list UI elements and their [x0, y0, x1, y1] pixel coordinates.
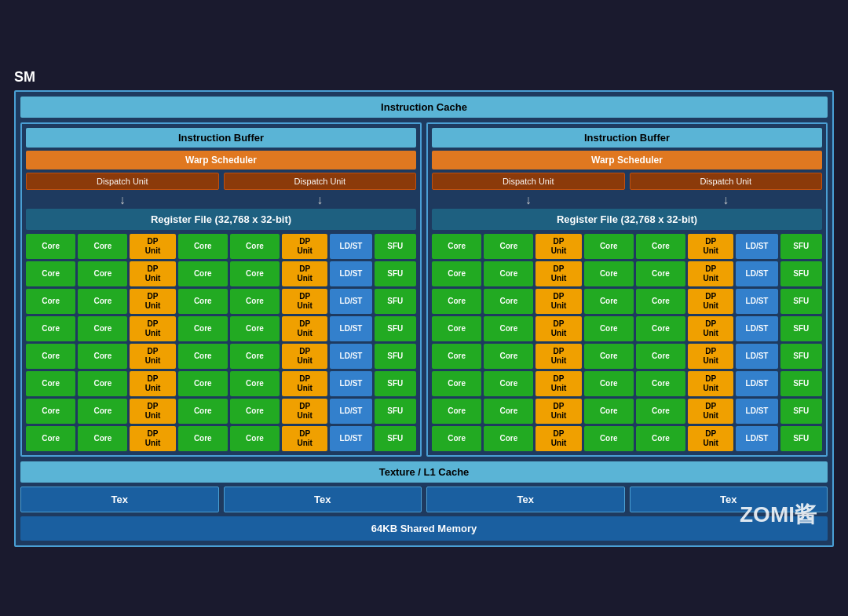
dp-unit: DPUnit — [130, 344, 175, 369]
core: Core — [484, 399, 533, 424]
tex-2: Tex — [224, 487, 422, 512]
core: Core — [584, 344, 634, 369]
dp-unit: DPUnit — [130, 316, 175, 341]
core: Core — [636, 261, 685, 286]
dp-unit: DPUnit — [535, 289, 581, 314]
dp-unit: DPUnit — [688, 371, 733, 396]
right-row-7: Core Core DPUnit Core Core DPUnit LD/ST … — [432, 399, 822, 424]
right-row-6: Core Core DPUnit Core Core DPUnit LD/ST … — [432, 371, 822, 396]
sm-title: SM — [14, 69, 834, 86]
left-row-1: Core Core DPUnit Core Core DPUnit LD/ST … — [26, 234, 416, 259]
sfu: SFU — [780, 426, 822, 451]
core: Core — [432, 344, 481, 369]
right-register-file: Register File (32,768 x 32-bit) — [432, 209, 822, 230]
left-arrow-1: ↓ — [26, 193, 219, 207]
ldst: LD/ST — [330, 399, 371, 424]
ldst: LD/ST — [330, 234, 371, 259]
core: Core — [26, 399, 75, 424]
dp-unit: DPUnit — [282, 399, 327, 424]
dp-unit: DPUnit — [130, 399, 175, 424]
core: Core — [432, 289, 481, 314]
right-half: Instruction Buffer Warp Scheduler Dispat… — [426, 122, 828, 457]
core: Core — [432, 234, 481, 259]
core: Core — [230, 371, 280, 396]
tex-row: Tex Tex Tex Tex — [20, 487, 828, 512]
core: Core — [78, 289, 127, 314]
right-arrow-2: ↓ — [630, 193, 823, 207]
core: Core — [584, 316, 634, 341]
core: Core — [78, 426, 127, 451]
right-warp-scheduler: Warp Scheduler — [432, 151, 822, 169]
ldst: LD/ST — [330, 344, 371, 369]
ldst: LD/ST — [736, 371, 777, 396]
bottom-section: Texture / L1 Cache Tex Tex Tex Tex 64KB … — [20, 461, 828, 541]
watermark: ZOMI酱 — [740, 500, 817, 530]
core: Core — [432, 399, 481, 424]
dp-unit: DPUnit — [130, 426, 175, 451]
right-cores-grid: Core Core DPUnit Core Core DPUnit LD/ST … — [432, 234, 822, 451]
core: Core — [230, 316, 280, 341]
tex-3: Tex — [426, 487, 625, 512]
sfu: SFU — [375, 261, 416, 286]
core: Core — [230, 261, 280, 286]
right-dispatch-unit-1: Dispatch Unit — [432, 173, 625, 190]
core: Core — [636, 344, 685, 369]
ldst: LD/ST — [330, 426, 371, 451]
dp-unit: DPUnit — [282, 371, 327, 396]
dp-unit: DPUnit — [688, 344, 733, 369]
left-register-file: Register File (32,768 x 32-bit) — [26, 209, 416, 230]
core: Core — [178, 234, 228, 259]
core: Core — [178, 289, 228, 314]
right-row-1: Core Core DPUnit Core Core DPUnit LD/ST … — [432, 234, 822, 259]
left-dispatch-row: Dispatch Unit Dispatch Unit — [26, 173, 416, 190]
core: Core — [178, 344, 228, 369]
left-dispatch-unit-2: Dispatch Unit — [224, 173, 417, 190]
core: Core — [178, 371, 228, 396]
dp-unit: DPUnit — [688, 426, 733, 451]
core: Core — [636, 234, 685, 259]
right-row-8: Core Core DPUnit Core Core DPUnit LD/ST … — [432, 426, 822, 451]
sfu: SFU — [780, 344, 822, 369]
core: Core — [584, 289, 634, 314]
dp-unit: DPUnit — [535, 426, 581, 451]
core: Core — [636, 289, 685, 314]
core: Core — [78, 344, 127, 369]
core: Core — [230, 289, 280, 314]
core: Core — [584, 261, 634, 286]
dp-unit: DPUnit — [282, 234, 327, 259]
left-dispatch-unit-1: Dispatch Unit — [26, 173, 219, 190]
shared-memory: 64KB Shared Memory — [20, 516, 828, 541]
core: Core — [636, 371, 685, 396]
left-row-7: Core Core DPUnit Core Core DPUnit LD/ST … — [26, 399, 416, 424]
core: Core — [484, 371, 533, 396]
core: Core — [178, 426, 228, 451]
dp-unit: DPUnit — [535, 371, 581, 396]
left-row-4: Core Core DPUnit Core Core DPUnit LD/ST … — [26, 316, 416, 341]
right-dispatch-unit-2: Dispatch Unit — [630, 173, 823, 190]
ldst: LD/ST — [736, 426, 777, 451]
right-arrow-1: ↓ — [432, 193, 625, 207]
core: Core — [432, 316, 481, 341]
dp-unit: DPUnit — [282, 344, 327, 369]
dp-unit: DPUnit — [688, 399, 733, 424]
core: Core — [78, 399, 127, 424]
dp-unit: DPUnit — [688, 234, 733, 259]
dp-unit: DPUnit — [688, 289, 733, 314]
core: Core — [584, 399, 634, 424]
left-instruction-buffer: Instruction Buffer — [26, 128, 416, 148]
core: Core — [230, 234, 280, 259]
core: Core — [26, 371, 75, 396]
left-arrow-2: ↓ — [224, 193, 417, 207]
dp-unit: DPUnit — [130, 289, 175, 314]
core: Core — [484, 426, 533, 451]
dp-unit: DPUnit — [535, 261, 581, 286]
right-row-2: Core Core DPUnit Core Core DPUnit LD/ST … — [432, 261, 822, 286]
core: Core — [78, 316, 127, 341]
instruction-cache: Instruction Cache — [20, 97, 828, 118]
right-row-5: Core Core DPUnit Core Core DPUnit LD/ST … — [432, 344, 822, 369]
ldst: LD/ST — [330, 371, 371, 396]
core: Core — [432, 371, 481, 396]
sm-diagram: Instruction Cache Instruction Buffer War… — [14, 90, 834, 547]
sfu: SFU — [375, 316, 416, 341]
right-instruction-buffer: Instruction Buffer — [432, 128, 822, 148]
